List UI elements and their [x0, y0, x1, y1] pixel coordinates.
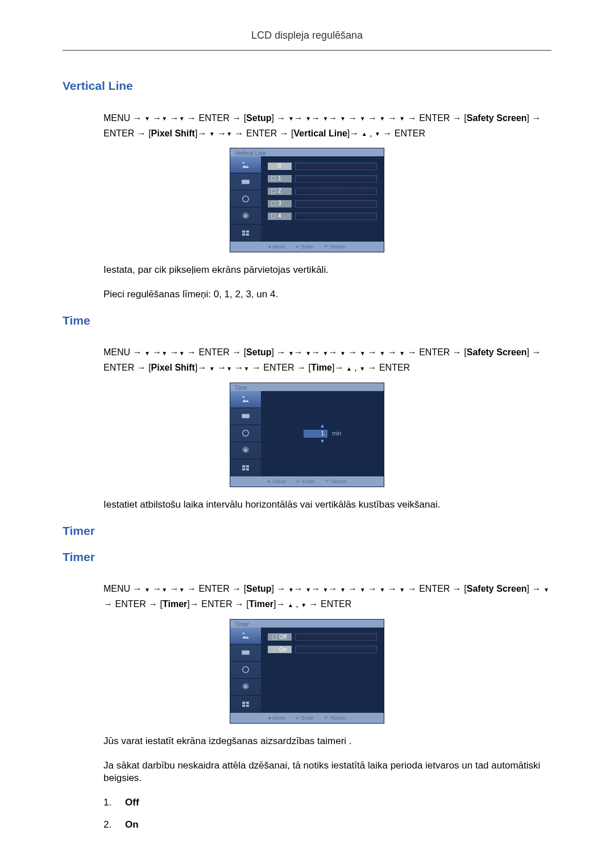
list-item: 1.Off [103, 796, 551, 809]
timer-desc-2: Ja sākat darbību neskaidra attēla dzēšan… [103, 759, 551, 786]
svg-rect-22 [242, 704, 245, 707]
osd-tab-network[interactable] [230, 190, 261, 207]
osd-title: Time [230, 383, 384, 391]
osd-tab-multi[interactable] [230, 225, 261, 242]
osd-footer: ♦Move ↵Enter ↶Return [230, 713, 384, 723]
arrow-down-icon[interactable]: ▼ [320, 438, 325, 445]
square-icon [271, 176, 276, 181]
timer-option-list: 1.Off 2.On [103, 796, 551, 832]
section-title-vertical: Vertical Line [63, 78, 551, 94]
arrow-up-icon[interactable]: ▲ [320, 422, 325, 429]
svg-rect-4 [242, 231, 245, 233]
return-icon: ↶ [325, 478, 330, 485]
enter-icon: ↵ [296, 715, 300, 721]
svg-rect-15 [246, 468, 249, 470]
svg-rect-9 [242, 414, 250, 418]
osd-spinner-area: ▲ 1 min ▼ [261, 391, 384, 476]
vertical-desc-1: Iestata, par cik pikseļiem ekrāns pārvie… [103, 264, 551, 277]
updown-icon: ♦ [267, 478, 270, 485]
svg-rect-21 [246, 701, 249, 704]
svg-rect-14 [242, 468, 245, 470]
square-icon [271, 201, 276, 206]
osd-title: Vertical Line [230, 148, 384, 156]
svg-rect-1 [242, 180, 250, 184]
osd-tab-network[interactable] [230, 425, 261, 442]
page-header-title: LCD displeja regulēšana [63, 28, 551, 51]
osd-tab-network[interactable] [230, 662, 261, 679]
osd-tab-input[interactable] [230, 645, 261, 662]
svg-rect-12 [242, 465, 245, 467]
osd-panel-timer: Timer Off ✓On ♦Move ↵Enter ↶Return [230, 619, 384, 724]
nav-sequence-time: MENU → ▼ →▼ →▼ → ENTER → [Setup] → ▼→ ▼→… [103, 344, 551, 375]
svg-rect-17 [242, 650, 250, 655]
osd-option-off[interactable]: Off [268, 632, 377, 642]
osd-tab-input[interactable] [230, 173, 261, 190]
svg-rect-13 [246, 465, 249, 467]
return-icon: ↶ [324, 715, 329, 721]
osd-sidebar [230, 391, 261, 476]
osd-tab-input[interactable] [230, 408, 261, 425]
section-title-timer-1: Timer [63, 523, 551, 539]
enter-icon: ↵ [296, 478, 301, 485]
svg-point-18 [243, 667, 249, 673]
osd-title: Timer [230, 620, 384, 628]
osd-tab-picture[interactable] [230, 156, 261, 173]
osd-panel-time: Time ▲ 1 min ▼ ♦Adjust ↵Enter ↶Return [230, 383, 384, 487]
osd-footer: ♦Adjust ↵Enter ↶Return [230, 476, 384, 487]
osd-tab-multi[interactable] [230, 696, 261, 713]
osd-panel-vertical: Vertical Line ✓0 1 2 3 4 ♦Move ↵Enter ↶R… [230, 148, 384, 252]
osd-options: Off ✓On [261, 628, 384, 713]
svg-rect-6 [242, 234, 245, 236]
osd-sidebar [230, 156, 261, 242]
osd-option-2[interactable]: 2 [268, 186, 377, 196]
osd-footer: ♦Move ↵Enter ↶Return [230, 242, 384, 252]
svg-point-0 [243, 161, 244, 163]
square-icon [271, 214, 276, 218]
osd-option-0[interactable]: ✓0 [268, 161, 377, 171]
updown-icon: ♦ [268, 715, 271, 721]
svg-rect-20 [242, 701, 245, 704]
check-icon: ✓ [272, 647, 277, 653]
section-title-timer-2: Timer [63, 549, 551, 565]
osd-options: ✓0 1 2 3 4 [261, 156, 384, 242]
osd-tab-settings[interactable] [230, 679, 261, 696]
list-item: 2.On [103, 819, 551, 832]
svg-rect-5 [246, 231, 249, 233]
section-title-time: Time [63, 313, 551, 329]
time-unit: min [332, 430, 341, 438]
enter-icon: ↵ [296, 243, 300, 250]
nav-sequence-vertical: MENU → ▼ →▼ →▼ → ENTER → [Setup] → ▼→ ▼→… [103, 110, 551, 141]
osd-option-on[interactable]: ✓On [268, 645, 377, 655]
osd-tab-picture[interactable] [230, 628, 261, 645]
time-value[interactable]: 1 [304, 430, 327, 438]
return-icon: ↶ [324, 243, 329, 250]
updown-icon: ♦ [268, 243, 271, 250]
osd-tab-settings[interactable] [230, 207, 261, 225]
svg-point-8 [243, 396, 244, 398]
svg-rect-7 [246, 234, 249, 236]
square-icon [271, 189, 276, 193]
osd-sidebar [230, 628, 261, 713]
svg-point-10 [243, 430, 249, 437]
timer-desc-1: Jūs varat iestatīt ekrāna izdegšanas aiz… [103, 735, 551, 748]
osd-option-1[interactable]: 1 [268, 173, 377, 184]
svg-point-2 [243, 196, 249, 202]
osd-option-4[interactable]: 4 [268, 211, 377, 221]
svg-rect-23 [246, 704, 249, 707]
nav-sequence-timer: MENU → ▼ →▼ →▼ → ENTER → [Setup] → ▼→ ▼→… [103, 581, 551, 612]
vertical-desc-2: Pieci regulēšanas līmeņi: 0, 1, 2, 3, un… [103, 288, 551, 301]
check-icon: ✓ [271, 163, 276, 169]
osd-tab-settings[interactable] [230, 442, 261, 459]
square-icon [272, 635, 277, 639]
osd-tab-picture[interactable] [230, 391, 261, 408]
time-desc-1: Iestatiet atbilstošu laika intervālu hor… [103, 499, 551, 512]
svg-point-16 [243, 633, 244, 634]
osd-option-3[interactable]: 3 [268, 198, 377, 209]
osd-tab-multi[interactable] [230, 459, 261, 476]
